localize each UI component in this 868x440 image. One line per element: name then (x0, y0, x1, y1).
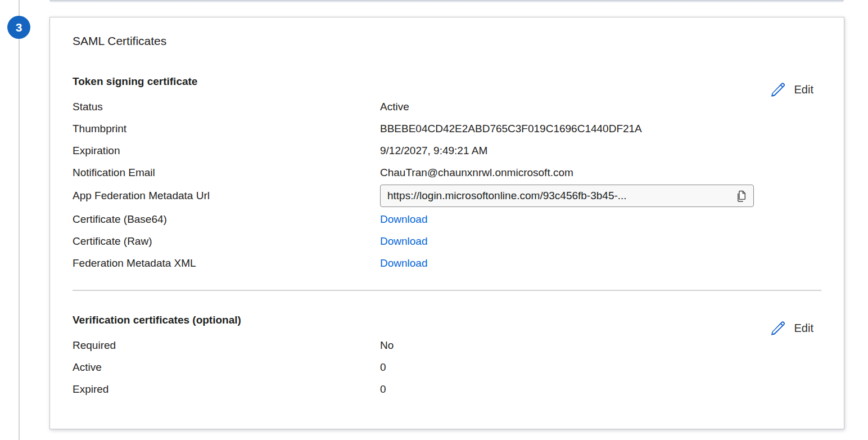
token-signing-certificate-section: Token signing certificate Edit Status Ac… (73, 74, 821, 274)
edit-token-signing-certificate-button[interactable]: Edit (770, 82, 813, 98)
pencil-icon (770, 320, 786, 336)
verification-certificates-section: Verification certificates (optional) Edi… (73, 312, 821, 400)
section-divider (73, 290, 821, 291)
expiration-value: 9/12/2027, 9:49:21 AM (380, 145, 487, 157)
section-header: Verification certificates (optional) Edi… (73, 312, 821, 327)
copy-icon[interactable] (729, 189, 748, 203)
row-label: Required (73, 339, 380, 352)
section-header: Token signing certificate Edit (73, 74, 821, 89)
row-label: Certificate (Base64) (73, 213, 380, 226)
row-label: Expired (73, 383, 380, 396)
table-row-thumbprint: Thumbprint BBEBE04CD42E2ABD765C3F019C169… (73, 118, 821, 140)
table-row-status: Status Active (73, 96, 821, 118)
page: 3 SAML Certificates Token signing certif… (0, 0, 868, 440)
table-row-expiration: Expiration 9/12/2027, 9:49:21 AM (73, 140, 821, 161)
table-row-required: Required No (73, 334, 821, 356)
row-label: Federation Metadata XML (73, 257, 380, 270)
row-label: Notification Email (73, 167, 380, 179)
saml-certificates-card: SAML Certificates Token signing certific… (49, 17, 844, 429)
verification-rows: Required No Active 0 Expired 0 (73, 334, 821, 400)
thumbprint-value: BBEBE04CD42E2ABD765C3F019C1696C1440DF21A (380, 123, 642, 135)
table-row-certificate-base64: Certificate (Base64) Download (73, 208, 821, 230)
edit-verification-certificates-button[interactable]: Edit (770, 320, 813, 336)
metadata-url-field[interactable]: https://login.microsoftonline.com/93c456… (380, 185, 754, 207)
table-row-app-federation-metadata-url: App Federation Metadata Url https://logi… (73, 183, 821, 208)
table-row-certificate-raw: Certificate (Raw) Download (73, 230, 821, 252)
row-label: Expiration (73, 145, 380, 157)
row-label: Status (73, 101, 380, 113)
metadata-url-text: https://login.microsoftonline.com/93c456… (387, 190, 729, 202)
table-row-notification-email: Notification Email ChauTran@chaunxnrwl.o… (73, 161, 821, 183)
table-row-federation-metadata-xml: Federation Metadata XML Download (73, 252, 821, 274)
timeline-connector (19, 0, 20, 440)
active-count-value: 0 (380, 361, 386, 374)
section-heading: Verification certificates (optional) (73, 312, 821, 327)
card-title: SAML Certificates (73, 33, 821, 49)
row-label: Certificate (Raw) (73, 235, 380, 248)
table-row-expired: Expired 0 (73, 378, 821, 400)
download-certificate-raw-link[interactable]: Download (380, 235, 428, 248)
token-signing-rows: Status Active Thumbprint BBEBE04CD42E2AB… (73, 96, 821, 274)
step-number: 3 (16, 21, 22, 34)
download-certificate-base64-link[interactable]: Download (380, 213, 428, 226)
previous-card-bottom-edge (49, 0, 844, 3)
download-federation-metadata-xml-link[interactable]: Download (380, 257, 428, 270)
expired-count-value: 0 (380, 383, 386, 396)
pencil-icon (770, 82, 786, 98)
section-heading: Token signing certificate (73, 74, 821, 89)
row-label: Thumbprint (73, 123, 380, 135)
row-value: https://login.microsoftonline.com/93c456… (380, 185, 754, 207)
row-label: Active (73, 361, 380, 374)
required-value: No (380, 339, 394, 352)
edit-button-label: Edit (794, 322, 813, 335)
step-3-badge: 3 (7, 16, 30, 39)
table-row-active: Active 0 (73, 356, 821, 378)
row-label: App Federation Metadata Url (73, 190, 380, 202)
status-value: Active (380, 101, 409, 113)
notification-email-value: ChauTran@chaunxnrwl.onmicrosoft.com (380, 167, 573, 179)
edit-button-label: Edit (794, 83, 813, 96)
